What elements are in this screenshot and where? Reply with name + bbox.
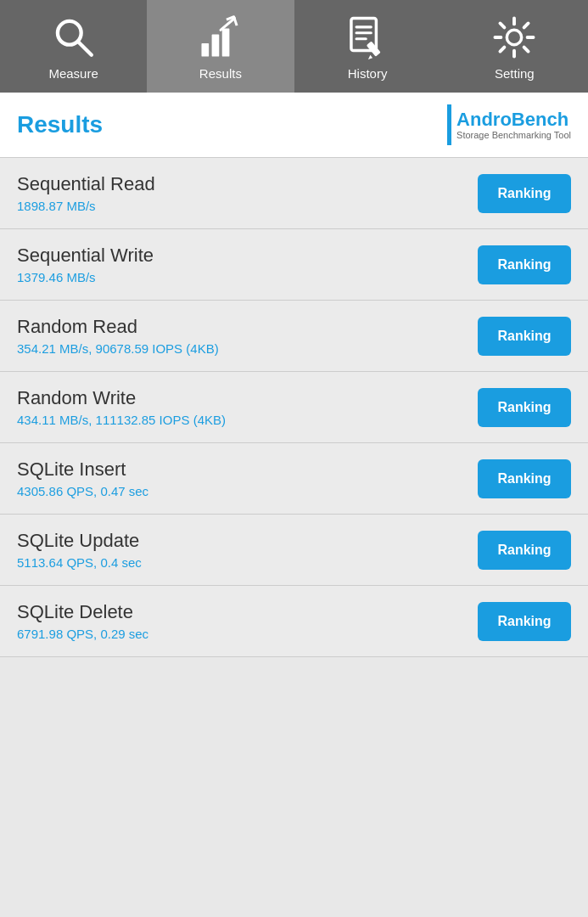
logo-bar [447,104,451,145]
result-row: SQLite Insert4305.86 QPS, 0.47 secRankin… [0,443,588,515]
svg-rect-10 [367,41,381,56]
page-title: Results [17,111,103,138]
result-info: Random Read354.21 MB/s, 90678.59 IOPS (4… [17,316,219,356]
result-info: SQLite Insert4305.86 QPS, 0.47 sec [17,458,148,498]
result-row: Sequential Read1898.87 MB/sRanking [0,158,588,229]
ranking-button[interactable]: Ranking [478,317,571,356]
setting-icon [492,15,536,59]
svg-point-12 [507,30,522,44]
result-info: Sequential Write1379.46 MB/s [17,245,154,284]
result-value: 4305.86 QPS, 0.47 sec [17,484,148,498]
result-name: Random Write [17,387,226,409]
logo-suffix: Bench [512,109,568,130]
svg-marker-11 [368,55,372,59]
nav-item-results[interactable]: Results [147,0,294,93]
nav-bar: Measure Results [0,0,588,93]
result-info: Random Write434.11 MB/s, 111132.85 IOPS … [17,387,226,427]
result-name: SQLite Insert [17,458,148,481]
result-name: SQLite Update [17,530,142,552]
result-name: Sequential Write [17,245,154,267]
svg-rect-4 [222,29,230,57]
svg-rect-3 [211,35,219,57]
result-value: 1898.87 MB/s [17,199,155,213]
ranking-button[interactable]: Ranking [478,245,571,284]
result-info: SQLite Delete6791.98 QPS, 0.29 sec [17,601,148,641]
logo-subtitle: Storage Benchmarking Tool [456,130,571,140]
result-row: Sequential Write1379.46 MB/sRanking [0,229,588,301]
result-row: Random Read354.21 MB/s, 90678.59 IOPS (4… [0,301,588,372]
result-row: SQLite Delete6791.98 QPS, 0.29 secRankin… [0,586,588,657]
result-value: 1379.46 MB/s [17,270,154,284]
results-list: Sequential Read1898.87 MB/sRankingSequen… [0,158,588,657]
measure-label: Measure [48,66,98,81]
result-value: 5113.64 QPS, 0.4 sec [17,555,142,570]
logo-area: AndroBench Storage Benchmarking Tool [447,104,571,145]
results-icon [199,15,243,59]
ranking-button[interactable]: Ranking [478,174,571,213]
ranking-button[interactable]: Ranking [478,388,571,427]
svg-rect-2 [201,43,209,57]
measure-icon [52,15,96,59]
svg-line-18 [524,48,529,52]
result-value: 434.11 MB/s, 111132.85 IOPS (4KB) [17,413,226,427]
result-value: 354.21 MB/s, 90678.59 IOPS (4KB) [17,341,219,356]
svg-line-1 [78,42,92,55]
result-row: Random Write434.11 MB/s, 111132.85 IOPS … [0,372,588,443]
result-row: SQLite Update5113.64 QPS, 0.4 secRanking [0,515,588,586]
history-label: History [348,66,388,81]
nav-item-measure[interactable]: Measure [0,0,147,93]
result-info: SQLite Update5113.64 QPS, 0.4 sec [17,530,142,570]
history-icon [345,15,389,59]
result-value: 6791.98 QPS, 0.29 sec [17,627,148,641]
svg-line-19 [524,23,529,27]
result-info: Sequential Read1898.87 MB/s [17,173,155,213]
nav-item-setting[interactable]: Setting [441,0,588,93]
setting-label: Setting [495,66,535,81]
result-name: Sequential Read [17,173,155,195]
svg-line-17 [501,23,505,27]
ranking-button[interactable]: Ranking [478,602,571,641]
svg-line-20 [501,48,505,52]
ranking-button[interactable]: Ranking [478,459,571,498]
result-name: SQLite Delete [17,601,148,623]
result-name: Random Read [17,316,219,338]
results-label: Results [199,66,242,81]
nav-item-history[interactable]: History [294,0,441,93]
logo-text: AndroBench Storage Benchmarking Tool [456,110,571,140]
ranking-button[interactable]: Ranking [478,531,571,570]
logo-prefix: Andro [456,109,512,130]
page-header: Results AndroBench Storage Benchmarking … [0,93,588,158]
logo-brand: AndroBench [456,110,571,130]
